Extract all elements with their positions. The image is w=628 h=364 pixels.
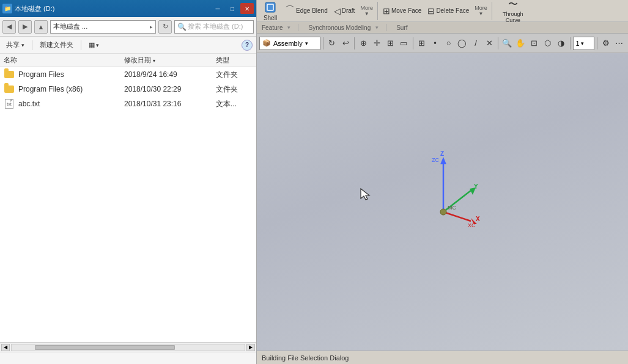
tb2-separator-6 (597, 37, 597, 49)
file-date: 2018/10/30 22:29 (124, 85, 216, 93)
point-button[interactable]: • (429, 36, 441, 51)
feature-group-label: Feature (259, 24, 285, 31)
file-type: 文件夹 (216, 84, 253, 95)
shell-button[interactable]: Shell (259, 0, 281, 23)
assembly-label: Assembly (273, 40, 303, 47)
status-bar (0, 352, 256, 364)
scroll-thumb[interactable] (35, 345, 175, 350)
edge-blend-button[interactable]: ⌒ Edge Blend (283, 2, 330, 20)
pan-button[interactable]: ✋ (514, 36, 526, 51)
refresh-button[interactable]: ↻ (158, 20, 172, 34)
svg-line-6 (443, 212, 471, 221)
circle-button[interactable]: ○ (443, 36, 455, 51)
snap-button[interactable]: ✛ (371, 36, 383, 51)
up-button[interactable]: ▲ (34, 20, 48, 34)
address-bar: ◀ ▶ ▲ 本地磁盘 ... ▸ ↻ 🔍 搜索 本地磁盘 (D:) (0, 17, 256, 37)
more2-label: More (475, 5, 487, 11)
help-button[interactable]: ? (242, 40, 253, 51)
window-icon: 📁 (2, 4, 12, 13)
forward-button[interactable]: ▶ (18, 20, 32, 34)
feature-more-button[interactable]: More ▼ (358, 4, 375, 18)
sync-modeling-group-label: Synchronous Modeling (306, 24, 373, 31)
search-box[interactable]: 🔍 搜索 本地磁盘 (D:) (174, 20, 254, 34)
file-explorer-panel: 📁 本地磁盘 (D:) ─ □ ✕ ◀ ▶ ▲ 本地磁盘 ... ▸ ↻ 🔍 搜… (0, 0, 257, 364)
search-icon: 🔍 (177, 23, 187, 31)
col-name-header[interactable]: 名称 (4, 56, 124, 65)
ribbon-row1: Shell ⌒ Edge Blend ◁ Draft More ▼ ⊞ Move (257, 0, 628, 22)
delete-face-button[interactable]: ⊟ Delete Face (425, 2, 471, 20)
coordinate-axes: Z ZC Y X XC MC (410, 151, 483, 230)
viewport-status-bar: Building File Selection Dialog (257, 351, 628, 364)
new-folder-button[interactable]: 新建文件夹 (37, 39, 76, 51)
title-bar-left: 📁 本地磁盘 (D:) (2, 4, 54, 13)
svg-text:ZC: ZC (432, 157, 439, 163)
fit-button[interactable]: ⊡ (528, 36, 540, 51)
rotate-button[interactable]: ↻ (326, 36, 338, 51)
ribbon-row2: Feature ▾ Synchronous Modeling ▾ Surf (257, 22, 628, 33)
window-controls: ─ □ ✕ (211, 3, 254, 14)
list-item[interactable]: Program Files (x86) 2018/10/30 22:29 文件夹 (0, 82, 256, 96)
number-input[interactable]: 1 ▾ (573, 37, 594, 50)
render-button[interactable]: ◑ (555, 36, 567, 51)
scroll-right-button[interactable]: ▶ (246, 344, 255, 351)
arc-button[interactable]: ◯ (456, 36, 468, 51)
tb2-separator-5 (570, 37, 571, 49)
more-options-button[interactable]: ⋯ (613, 36, 626, 51)
sync-more-button[interactable]: More ▼ (473, 4, 489, 18)
undo-button[interactable]: ↩ (339, 36, 352, 51)
address-path-bar[interactable]: 本地磁盘 ... ▸ (50, 20, 156, 34)
move-face-button[interactable]: ⊞ Move Face (380, 2, 424, 20)
maximize-button[interactable]: □ (226, 3, 239, 14)
draft-icon: ◁ (334, 6, 341, 16)
col-type-header[interactable]: 类型 (216, 56, 253, 65)
move-face-label: Move Face (391, 7, 421, 14)
view-toggle-button[interactable]: ▦ ▾ (86, 40, 102, 50)
col-date-header[interactable]: 修改日期 ▾ (124, 56, 216, 65)
search-placeholder: 搜索 本地磁盘 (D:) (188, 22, 243, 31)
share-button[interactable]: 共享 ▾ (4, 39, 27, 51)
scroll-track[interactable] (11, 344, 245, 351)
address-path-text: 本地磁盘 ... (53, 22, 150, 31)
line-button[interactable]: / (470, 36, 482, 51)
delete-face-label: Delete Face (436, 7, 469, 14)
group-separator-2 (386, 24, 386, 31)
more1-arrow-icon: ▼ (364, 11, 369, 16)
through-curve-button[interactable]: 〜 Through Curve (495, 0, 531, 24)
minimize-button[interactable]: ─ (211, 3, 224, 14)
tb2-separator-1 (323, 37, 323, 49)
tb2-separator-4 (498, 37, 498, 49)
cad-viewport-panel: Shell ⌒ Edge Blend ◁ Draft More ▼ ⊞ Move (257, 0, 628, 364)
back-button[interactable]: ◀ (2, 20, 16, 34)
view-icon: ▦ (89, 41, 95, 49)
list-item[interactable]: txt abc.txt 2018/10/31 23:16 文本... (0, 96, 256, 111)
draft-button[interactable]: ◁ Draft (331, 2, 358, 20)
file-type: 文件夹 (216, 70, 253, 80)
more1-label: More (360, 5, 373, 11)
view-dropdown-arrow: ▾ (96, 42, 99, 48)
rect-select-button[interactable]: ▭ (397, 36, 410, 51)
assembly-icon: 📦 (262, 39, 271, 47)
view3d-button[interactable]: ⬡ (541, 36, 553, 51)
edge-blend-icon: ⌒ (285, 4, 295, 17)
list-item[interactable]: Program Files 2018/9/24 16:49 文件夹 (0, 67, 256, 82)
close-button[interactable]: ✕ (240, 3, 254, 14)
filter-button[interactable]: ⊞ (384, 36, 396, 51)
select-button[interactable]: ⊕ (357, 36, 369, 51)
settings-button[interactable]: ⚙ (600, 36, 612, 51)
toolbar2: 📦 Assembly ▾ ↻ ↩ ⊕ ✛ ⊞ ▭ ⊞ • ○ ◯ / ✕ 🔍 ✋… (257, 34, 628, 53)
svg-text:Z: Z (440, 151, 444, 157)
edge-blend-label: Edge Blend (296, 7, 328, 14)
assembly-dropdown[interactable]: 📦 Assembly ▾ (259, 37, 320, 50)
horizontal-scrollbar[interactable]: ◀ ▶ (0, 342, 256, 352)
through-curve-icon: 〜 (508, 0, 518, 11)
help-icon: ? (245, 42, 249, 48)
scroll-left-button[interactable]: ◀ (1, 344, 10, 351)
file-name: Program Files (x86) (18, 85, 124, 93)
zoom-button[interactable]: 🔍 (501, 36, 513, 51)
cross-button[interactable]: ✕ (483, 36, 495, 51)
grid-button[interactable]: ⊞ (415, 36, 427, 51)
viewport-canvas[interactable]: Z ZC Y X XC MC (257, 53, 628, 351)
svg-marker-15 (361, 189, 369, 200)
tb2-separator-3 (413, 37, 413, 49)
ribbon-toolbar: Shell ⌒ Edge Blend ◁ Draft More ▼ ⊞ Move (257, 0, 628, 34)
